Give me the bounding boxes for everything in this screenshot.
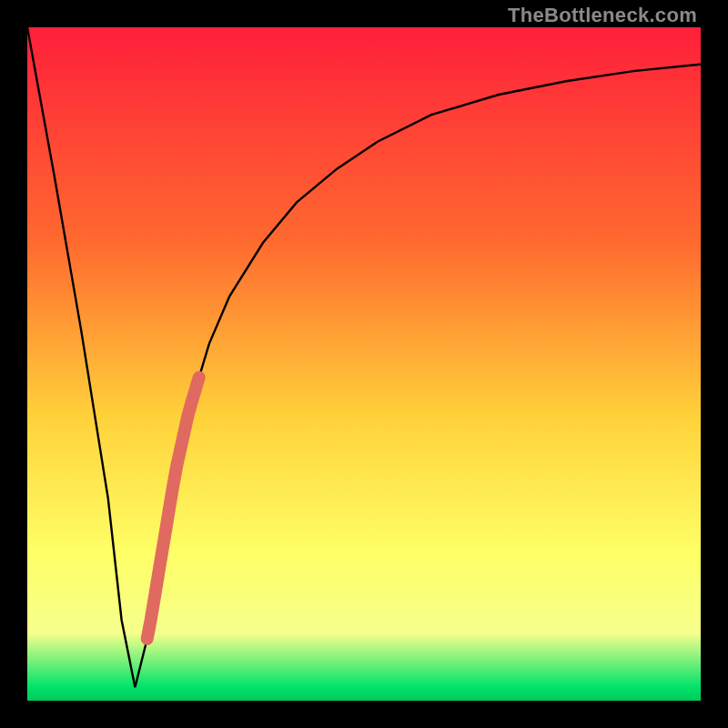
plot-area xyxy=(27,27,701,701)
watermark-text: TheBottleneck.com xyxy=(508,4,697,27)
gradient-background xyxy=(27,27,701,701)
chart-svg xyxy=(27,27,701,701)
chart-frame: TheBottleneck.com xyxy=(0,0,728,728)
